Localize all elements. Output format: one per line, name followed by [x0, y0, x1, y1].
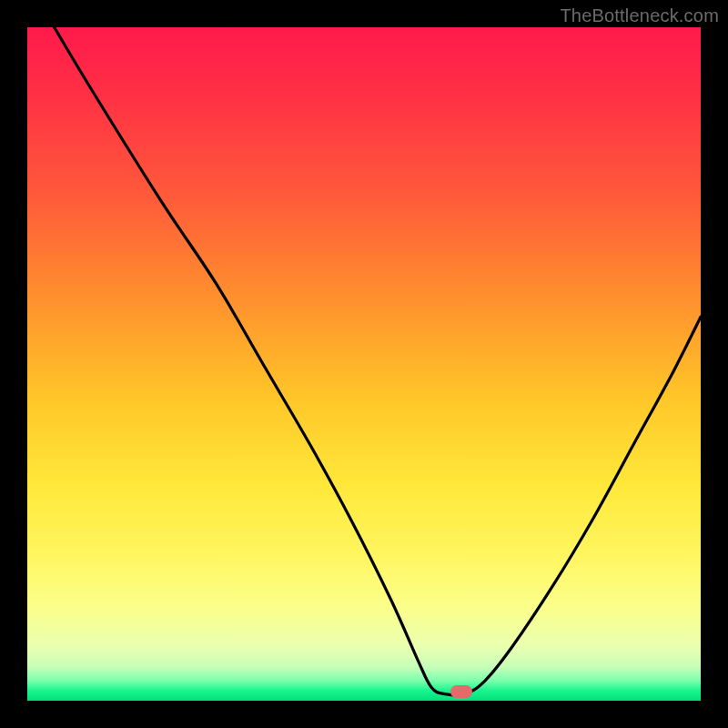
plot-area — [27, 27, 701, 701]
chart-frame: TheBottleneck.com — [0, 0, 728, 728]
watermark-text: TheBottleneck.com — [560, 5, 719, 26]
bottleneck-curve — [27, 27, 701, 701]
curve-path — [55, 27, 701, 695]
optimal-point-marker — [450, 685, 472, 698]
